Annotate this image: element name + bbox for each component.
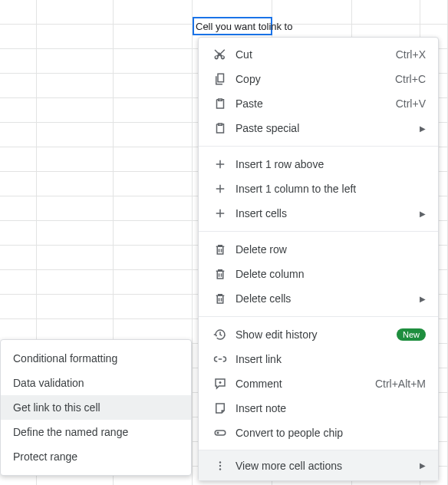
- grid-cell[interactable]: [37, 0, 114, 25]
- menu-item[interactable]: Delete cells▶: [199, 286, 438, 311]
- chevron-right-icon: ▶: [420, 461, 426, 470]
- menu-item-label: Delete cells: [229, 292, 420, 305]
- grid-cell[interactable]: [37, 25, 114, 49]
- menu-item[interactable]: PasteCtrl+V: [199, 91, 438, 116]
- grid-cell[interactable]: [37, 74, 114, 98]
- grid-cell[interactable]: [0, 172, 37, 196]
- menu-item-label: Insert cells: [229, 207, 420, 219]
- chevron-right-icon: ▶: [420, 124, 426, 133]
- menu-item[interactable]: Insert cells▶: [199, 201, 438, 226]
- menu-item-label: View more cell actions: [229, 460, 420, 472]
- menu-separator: [199, 231, 438, 232]
- submenu-item-label: Data validation: [13, 377, 84, 389]
- grid-cell[interactable]: [0, 246, 37, 270]
- submenu-item-label: Get link to this cell: [13, 401, 100, 414]
- menu-item[interactable]: Insert link: [199, 347, 438, 371]
- submenu-item[interactable]: Protect range: [1, 444, 191, 469]
- submenu-item[interactable]: Conditional formatting: [1, 346, 191, 371]
- menu-item[interactable]: Insert note: [199, 396, 438, 421]
- cell-text-after: link to: [267, 21, 293, 32]
- grid-cell[interactable]: [114, 172, 193, 196]
- menu-footer-item[interactable]: View more cell actions▶: [199, 450, 438, 480]
- grid-cell[interactable]: [37, 246, 114, 270]
- menu-item[interactable]: Delete column: [199, 262, 438, 286]
- menu-item-label: Insert 1 column to the left: [229, 183, 426, 195]
- grid-cell[interactable]: [114, 49, 193, 74]
- menu-item[interactable]: Show edit historyNew: [199, 322, 438, 347]
- grid-cell[interactable]: [37, 147, 114, 172]
- trash-icon: [211, 292, 229, 305]
- submenu-item-label: Protect range: [13, 450, 77, 463]
- grid-cell[interactable]: [0, 196, 37, 221]
- editing-cell[interactable]: Cell you want to link to: [193, 17, 272, 35]
- submenu-item[interactable]: Define the named range: [1, 420, 191, 444]
- paste-icon: [211, 97, 229, 111]
- menu-item[interactable]: Insert 1 row above: [199, 152, 438, 177]
- menu-item[interactable]: CommentCtrl+Alt+M: [199, 371, 438, 396]
- menu-item-shortcut: Ctrl+X: [396, 48, 426, 61]
- grid-cell[interactable]: [352, 0, 420, 25]
- context-menu: CutCtrl+XCopyCtrl+CPasteCtrl+VPaste spec…: [198, 37, 439, 481]
- grid-cell[interactable]: [420, 0, 448, 25]
- copy-icon: [211, 72, 229, 86]
- grid-cell[interactable]: [114, 74, 193, 98]
- grid-cell[interactable]: [0, 49, 37, 74]
- submenu-item-label: Conditional formatting: [13, 352, 117, 365]
- menu-item[interactable]: Insert 1 column to the left: [199, 177, 438, 201]
- menu-item[interactable]: Paste special▶: [199, 116, 438, 140]
- kebab-icon: [211, 459, 229, 473]
- link-icon: [211, 352, 229, 366]
- menu-item-label: Insert link: [229, 353, 426, 365]
- menu-item[interactable]: Convert to people chip: [199, 421, 438, 445]
- grid-cell[interactable]: [114, 25, 193, 49]
- grid-cell[interactable]: [37, 49, 114, 74]
- submenu-item[interactable]: Data validation: [1, 371, 191, 395]
- grid-cell[interactable]: [114, 295, 193, 319]
- grid-cell[interactable]: [0, 123, 37, 147]
- grid-cell[interactable]: [37, 295, 114, 319]
- grid-cell[interactable]: [114, 0, 193, 25]
- menu-item[interactable]: CutCtrl+X: [199, 42, 438, 67]
- grid-cell[interactable]: [114, 221, 193, 246]
- grid-cell[interactable]: [114, 147, 193, 172]
- grid-cell[interactable]: [0, 74, 37, 98]
- menu-item[interactable]: Delete row: [199, 237, 438, 262]
- menu-item-label: Paste: [229, 97, 396, 110]
- submenu-more-actions: Conditional formattingData validationGet…: [0, 339, 192, 476]
- menu-separator: [199, 146, 438, 147]
- grid-cell[interactable]: [37, 270, 114, 295]
- grid-cell[interactable]: [0, 98, 37, 123]
- grid-cell[interactable]: [0, 0, 37, 25]
- submenu-item[interactable]: Get link to this cell: [1, 395, 191, 420]
- grid-cell[interactable]: [0, 221, 37, 246]
- paste-icon: [211, 121, 229, 135]
- grid-cell[interactable]: [0, 295, 37, 319]
- plus-icon: [211, 182, 229, 196]
- cut-icon: [211, 48, 229, 61]
- chevron-right-icon: ▶: [420, 295, 426, 303]
- chevron-right-icon: ▶: [420, 210, 426, 218]
- new-badge: New: [397, 328, 426, 341]
- grid-cell[interactable]: [37, 172, 114, 196]
- grid-cell[interactable]: [0, 270, 37, 295]
- grid-cell[interactable]: [37, 221, 114, 246]
- grid-cell[interactable]: [114, 123, 193, 147]
- history-icon: [211, 328, 229, 341]
- menu-item-label: Delete column: [229, 268, 426, 280]
- submenu-item-label: Define the named range: [13, 426, 128, 438]
- grid-cell[interactable]: [37, 98, 114, 123]
- grid-cell[interactable]: [114, 196, 193, 221]
- grid-cell[interactable]: [0, 25, 37, 49]
- menu-item-shortcut: Ctrl+Alt+M: [375, 378, 426, 390]
- menu-item-label: Insert note: [229, 402, 426, 414]
- grid-cell[interactable]: [37, 196, 114, 221]
- grid-cell[interactable]: [114, 98, 193, 123]
- menu-item-label: Convert to people chip: [229, 427, 426, 439]
- plus-icon: [211, 206, 229, 220]
- grid-cell[interactable]: [0, 147, 37, 172]
- trash-icon: [211, 242, 229, 256]
- grid-cell[interactable]: [114, 246, 193, 270]
- grid-cell[interactable]: [114, 270, 193, 295]
- grid-cell[interactable]: [37, 123, 114, 147]
- menu-item[interactable]: CopyCtrl+C: [199, 67, 438, 91]
